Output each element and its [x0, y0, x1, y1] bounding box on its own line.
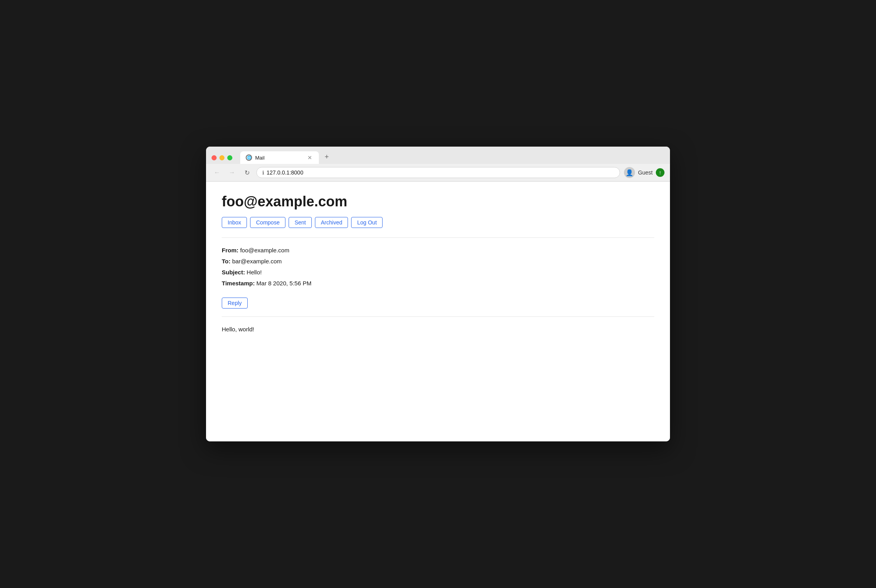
- back-button[interactable]: ←: [212, 167, 223, 178]
- timestamp-line: Timestamp: Mar 8 2020, 5:56 PM: [222, 279, 654, 288]
- tab-close-button[interactable]: ✕: [306, 154, 313, 161]
- tab-favicon: 🌐: [246, 154, 252, 161]
- traffic-lights: [212, 155, 232, 160]
- inbox-button[interactable]: Inbox: [222, 217, 247, 228]
- subject-value: Hello!: [247, 269, 261, 276]
- minimize-window-button[interactable]: [219, 155, 225, 160]
- from-line: From: foo@example.com: [222, 246, 654, 255]
- forward-button[interactable]: →: [226, 167, 237, 178]
- address-bar: ← → ↻ ℹ 127.0.0.1:8000 👤 Guest ↑: [206, 164, 670, 182]
- user-area: 👤 Guest ↑: [624, 167, 664, 178]
- logout-button[interactable]: Log Out: [351, 217, 383, 228]
- to-value: bar@example.com: [232, 258, 282, 265]
- info-icon: ℹ: [262, 170, 264, 176]
- email-body: Hello, world!: [222, 325, 654, 334]
- divider-body: [222, 316, 654, 317]
- subject-line: Subject: Hello!: [222, 268, 654, 277]
- address-bar-input[interactable]: ℹ 127.0.0.1:8000: [256, 167, 620, 178]
- refresh-button[interactable]: ↻: [241, 167, 252, 178]
- update-icon[interactable]: ↑: [656, 168, 664, 177]
- active-tab[interactable]: 🌐 Mail ✕: [240, 151, 319, 164]
- page-content: foo@example.com Inbox Compose Sent Archi…: [206, 182, 670, 441]
- to-line: To: bar@example.com: [222, 257, 654, 266]
- user-name: Guest: [638, 169, 653, 176]
- compose-button[interactable]: Compose: [250, 217, 285, 228]
- url-display: 127.0.0.1:8000: [267, 169, 303, 176]
- sent-button[interactable]: Sent: [289, 217, 312, 228]
- to-label: To:: [222, 258, 230, 265]
- new-tab-button[interactable]: +: [321, 151, 332, 162]
- archived-button[interactable]: Archived: [315, 217, 348, 228]
- close-window-button[interactable]: [212, 155, 217, 160]
- email-metadata: From: foo@example.com To: bar@example.co…: [222, 246, 654, 288]
- user-avatar[interactable]: 👤: [624, 167, 635, 178]
- divider-top: [222, 237, 654, 238]
- from-label: From:: [222, 247, 239, 254]
- maximize-window-button[interactable]: [227, 155, 232, 160]
- timestamp-value: Mar 8 2020, 5:56 PM: [256, 280, 311, 287]
- tab-title: Mail: [255, 155, 303, 161]
- timestamp-label: Timestamp:: [222, 280, 255, 287]
- navigation-buttons: Inbox Compose Sent Archived Log Out: [222, 217, 654, 228]
- title-bar: 🌐 Mail ✕ +: [206, 147, 670, 164]
- page-title: foo@example.com: [222, 193, 654, 210]
- reply-button[interactable]: Reply: [222, 298, 248, 309]
- browser-window: 🌐 Mail ✕ + ← → ↻ ℹ 127.0.0.1:8000 👤 Gues…: [206, 147, 670, 441]
- subject-label: Subject:: [222, 269, 245, 276]
- from-value: foo@example.com: [240, 247, 289, 254]
- tab-bar: 🌐 Mail ✕ +: [240, 151, 664, 164]
